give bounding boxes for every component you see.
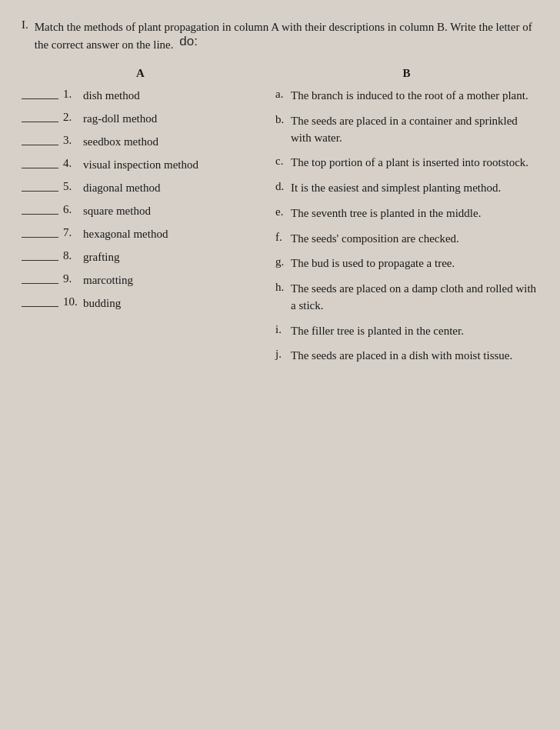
list-item: 2. rag-doll method [22, 111, 260, 127]
b-text: The seeds' composition are checked. [291, 231, 459, 248]
list-item: d. It is the easiest and simplest planti… [275, 180, 538, 197]
b-letter: e. [275, 205, 291, 218]
list-item: i. The filler tree is planted in the cen… [275, 323, 538, 340]
item-number: 4. [63, 157, 80, 170]
b-letter: c. [275, 155, 291, 168]
item-number: 8. [63, 249, 80, 262]
b-text: The filler tree is planted in the center… [291, 323, 464, 340]
b-letter: h. [275, 281, 291, 294]
item-label: grafting [83, 249, 119, 265]
answer-blank[interactable] [22, 260, 58, 261]
item-label: budding [83, 295, 121, 312]
list-item: c. The top portion of a plant is inserte… [275, 155, 538, 172]
item-number: 6. [63, 203, 80, 216]
b-letter: a. [275, 88, 291, 101]
b-letter: f. [275, 231, 291, 244]
item-number: 10. [63, 295, 80, 308]
answer-blank[interactable] [22, 214, 58, 215]
columns-wrapper: A 1. dish method 2. rag-doll method 3. s… [22, 67, 538, 373]
list-item: j. The seeds are placed in a dish with m… [275, 348, 538, 365]
answer-blank[interactable] [22, 306, 58, 307]
list-item: 8. grafting [22, 249, 260, 265]
b-text: The top portion of a plant is inserted i… [291, 155, 528, 172]
question-number: I. [22, 18, 28, 32]
item-label: square method [83, 203, 151, 219]
b-letter: d. [275, 180, 291, 193]
instructions-text: Match the methods of plant propagation i… [35, 21, 532, 51]
list-item: a. The branch is induced to the root of … [275, 88, 538, 105]
answer-blank[interactable] [22, 191, 58, 192]
list-item: 10. budding [22, 295, 260, 312]
item-number: 7. [63, 226, 80, 239]
b-text: The bud is used to propagate a tree. [291, 255, 455, 272]
b-letter: j. [275, 348, 291, 361]
list-item: e. The seventh tree is planted in the mi… [275, 205, 538, 222]
list-item: 4. visual inspection method [22, 157, 260, 173]
answer-blank[interactable] [22, 145, 58, 145]
b-letter: g. [275, 255, 291, 268]
item-label: dish method [83, 88, 140, 104]
answer-blank[interactable] [22, 98, 58, 99]
item-label: diagonal method [83, 180, 160, 196]
handwritten-note: do: [179, 34, 198, 48]
item-number: 5. [63, 180, 80, 193]
list-item: b. The seeds are placed in a container a… [275, 113, 538, 147]
item-label: hexagonal method [83, 226, 168, 242]
answer-blank[interactable] [22, 168, 58, 168]
item-number: 9. [63, 272, 80, 285]
instructions-block: I. Match the methods of plant propagatio… [22, 18, 538, 53]
b-letter: i. [275, 323, 291, 336]
list-item: 3. seedbox method [22, 134, 260, 150]
item-label: rag-doll method [83, 111, 157, 127]
item-label: seedbox method [83, 134, 158, 150]
b-text: The seeds are placed in a container and … [291, 113, 538, 147]
item-number: 1. [63, 88, 80, 101]
column-b-header: B [275, 67, 538, 80]
item-number: 3. [63, 134, 80, 147]
list-item: 6. square method [22, 203, 260, 219]
answer-blank[interactable] [22, 122, 58, 122]
list-item: g. The bud is used to propagate a tree. [275, 255, 538, 272]
list-item: 9. marcotting [22, 272, 260, 288]
b-text: The seeds are placed on a damp cloth and… [291, 281, 538, 315]
b-text: The seventh tree is planted in the middl… [291, 205, 481, 222]
list-item: f. The seeds' composition are checked. [275, 231, 538, 248]
item-label: marcotting [83, 272, 133, 288]
column-b: B a. The branch is induced to the root o… [268, 67, 538, 373]
answer-blank[interactable] [22, 283, 58, 284]
b-letter: b. [275, 113, 291, 126]
list-item: 5. diagonal method [22, 180, 260, 196]
answer-blank[interactable] [22, 237, 58, 238]
list-item: h. The seeds are placed on a damp cloth … [275, 281, 538, 315]
list-item: 1. dish method [22, 88, 260, 104]
column-a: A 1. dish method 2. rag-doll method 3. s… [22, 67, 268, 318]
question-container: I. Match the methods of plant propagatio… [22, 18, 538, 373]
column-a-header: A [22, 67, 260, 80]
b-text: The branch is induced to the root of a m… [291, 88, 528, 105]
b-text: The seeds are placed in a dish with mois… [291, 348, 512, 365]
item-number: 2. [63, 111, 80, 124]
item-label: visual inspection method [83, 157, 198, 173]
b-text: It is the easiest and simplest planting … [291, 180, 501, 197]
list-item: 7. hexagonal method [22, 226, 260, 242]
